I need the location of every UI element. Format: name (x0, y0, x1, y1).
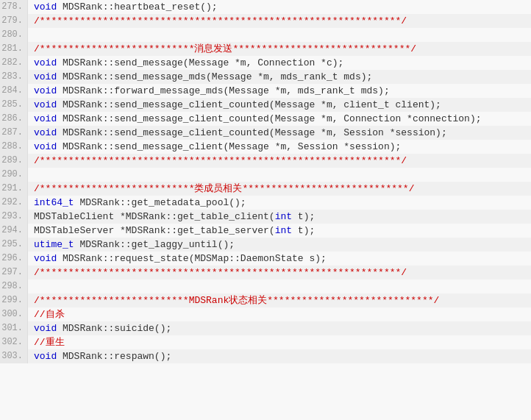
code-viewer: 278.void MDSRank::heartbeat_reset();279.… (0, 0, 531, 420)
line-number: 281. (0, 42, 28, 56)
line-number: 299. (0, 293, 28, 307)
table-row: 286.void MDSRank::send_message_client_co… (0, 112, 531, 126)
table-row: 292.int64_t MDSRank::get_metadata_pool()… (0, 196, 531, 210)
line-number: 289. (0, 154, 28, 168)
table-row: 290. (0, 168, 531, 182)
line-number: 295. (0, 238, 28, 252)
table-row: 280. (0, 28, 531, 42)
table-row: 289./***********************************… (0, 154, 531, 168)
table-row: 294.MDSTableServer *MDSRank::get_table_s… (0, 224, 531, 238)
line-content: MDSTableClient *MDSRank::get_table_clien… (28, 210, 315, 224)
line-content: MDSTableServer *MDSRank::get_table_serve… (28, 224, 315, 238)
table-row: 297./***********************************… (0, 266, 531, 280)
line-content (28, 168, 34, 182)
line-content (28, 280, 34, 293)
line-content: void MDSRank::heartbeat_reset(); (28, 0, 218, 14)
line-content: void MDSRank::send_message_client_counte… (28, 126, 447, 140)
table-row: 288.void MDSRank::send_message_client(Me… (0, 140, 531, 154)
line-content: /***************************************… (28, 266, 407, 280)
table-row: 299./**************************MDSRank状态… (0, 293, 531, 307)
line-number: 286. (0, 112, 28, 126)
line-number: 282. (0, 56, 28, 70)
line-number: 296. (0, 252, 28, 266)
line-number: 297. (0, 266, 28, 280)
table-row: 303.void MDSRank::respawn(); (0, 349, 531, 363)
table-row: 302.//重生 (0, 335, 531, 349)
table-row: 281./***************************消息发送****… (0, 42, 531, 56)
table-row: 293.MDSTableClient *MDSRank::get_table_c… (0, 210, 531, 224)
line-content: void MDSRank::request_state(MDSMap::Daem… (28, 252, 327, 266)
table-row: 279./***********************************… (0, 14, 531, 28)
line-content: /***************************************… (28, 154, 407, 168)
line-number: 288. (0, 140, 28, 154)
line-content: void MDSRank::send_message_client_counte… (28, 98, 441, 112)
line-content: void MDSRank::suicide(); (28, 321, 171, 335)
table-row: 282.void MDSRank::send_message(Message *… (0, 56, 531, 70)
line-number: 279. (0, 14, 28, 28)
table-row: 278.void MDSRank::heartbeat_reset(); (0, 0, 531, 14)
table-row: 295.utime_t MDSRank::get_laggy_until(); (0, 238, 531, 252)
line-number: 283. (0, 70, 28, 84)
line-number: 280. (0, 28, 28, 42)
line-number: 291. (0, 182, 28, 196)
line-number: 292. (0, 196, 28, 210)
line-number: 303. (0, 349, 28, 363)
line-number: 298. (0, 280, 28, 293)
line-content: /***************************消息发送********… (28, 42, 416, 56)
line-number: 287. (0, 126, 28, 140)
line-number: 300. (0, 307, 28, 321)
line-content: void MDSRank::forward_message_mds(Messag… (28, 84, 390, 98)
line-content: void MDSRank::send_message(Message *m, C… (28, 56, 343, 70)
line-number: 290. (0, 168, 28, 182)
line-number: 278. (0, 0, 28, 14)
line-content: /***************************类成员相关*******… (28, 182, 414, 196)
line-number: 302. (0, 335, 28, 349)
line-number: 285. (0, 98, 28, 112)
table-row: 296.void MDSRank::request_state(MDSMap::… (0, 252, 531, 266)
table-row: 285.void MDSRank::send_message_client_co… (0, 98, 531, 112)
table-row: 284.void MDSRank::forward_message_mds(Me… (0, 84, 531, 98)
line-content: void MDSRank::send_message_client(Messag… (28, 140, 401, 154)
table-row: 287.void MDSRank::send_message_client_co… (0, 126, 531, 140)
table-row: 298. (0, 280, 531, 293)
line-content: utime_t MDSRank::get_laggy_until(); (28, 238, 235, 252)
line-number: 301. (0, 321, 28, 335)
table-row: 301.void MDSRank::suicide(); (0, 321, 531, 335)
line-content (28, 28, 34, 42)
line-number: 284. (0, 84, 28, 98)
line-content: void MDSRank::send_message_client_counte… (28, 112, 482, 126)
line-content: //重生 (28, 335, 65, 349)
line-number: 293. (0, 210, 28, 224)
line-content: /***************************************… (28, 14, 407, 28)
line-content: /**************************MDSRank状态相关**… (28, 293, 439, 307)
line-number: 294. (0, 224, 28, 238)
table-row: 300.//自杀 (0, 307, 531, 321)
line-content: int64_t MDSRank::get_metadata_pool(); (28, 196, 246, 210)
table-row: 283.void MDSRank::send_message_mds(Messa… (0, 70, 531, 84)
line-content: void MDSRank::respawn(); (28, 349, 171, 363)
table-row: 291./***************************类成员相关***… (0, 182, 531, 196)
line-content: //自杀 (28, 307, 65, 321)
line-content: void MDSRank::send_message_mds(Message *… (28, 70, 372, 84)
